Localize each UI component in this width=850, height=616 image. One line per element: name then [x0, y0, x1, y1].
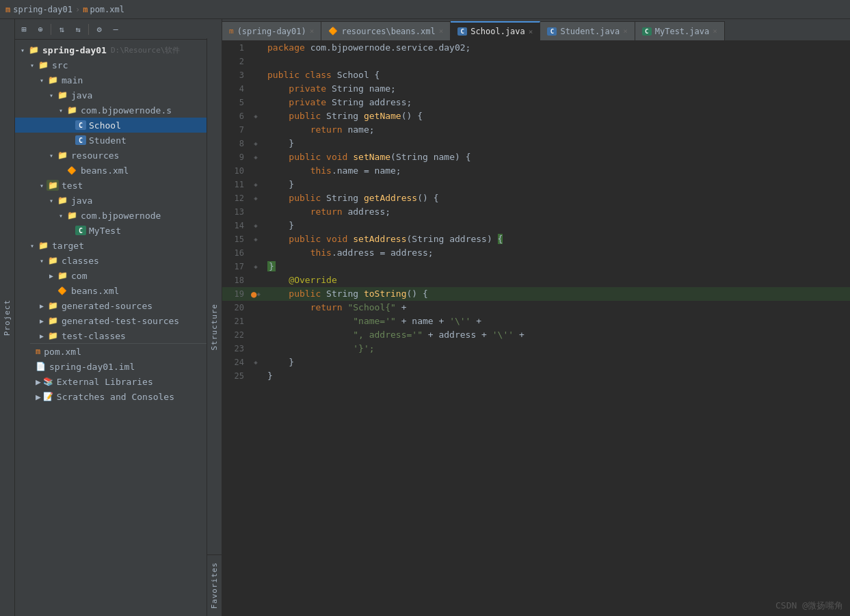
line-content-22[interactable]: ", address='" + address + '\'' + [262, 328, 524, 342]
tab-school-java[interactable]: C School.java × [451, 21, 540, 40]
tree-generated-test-sources[interactable]: ▶ 📁 generated-test-sources [15, 313, 222, 328]
gen-src-label: generated-sources [62, 301, 152, 311]
project-sidebar-label[interactable]: Project [0, 19, 15, 616]
tab-spring-close[interactable]: × [310, 27, 315, 36]
line-content-4[interactable]: private String name; [262, 82, 396, 96]
tree-student[interactable]: C Student [15, 133, 222, 148]
tree-main[interactable]: ▾ 📁 main [15, 72, 222, 88]
line-content-19[interactable]: public String toString() { [262, 287, 428, 301]
tree-generated-sources[interactable]: ▶ 📁 generated-sources [15, 298, 222, 313]
tree-beans-xml-classes[interactable]: 🔶 beans.xml [15, 283, 222, 298]
com-label: com.bjpowernode.s [81, 105, 172, 116]
code-line-15: 15 ◈ public void setAddress(String addre… [222, 232, 850, 246]
tab-mytest-java[interactable]: C MyTest.java × [635, 21, 725, 40]
tree-spring-iml[interactable]: 📄 spring-day01.iml [30, 359, 222, 374]
tree-com-target[interactable]: ▶ 📁 com [15, 268, 222, 283]
line-content-18[interactable]: @Override [262, 273, 337, 287]
tree-external-libs[interactable]: ▶ 📚 External Libraries [30, 374, 222, 389]
fold-icon-6[interactable]: ◈ [254, 109, 257, 123]
tab-mytest-close[interactable]: × [713, 27, 717, 36]
tree-classes[interactable]: ▾ 📁 classes [15, 253, 222, 268]
code-panel: m (spring-day01) × 🔶 resources\beans.xml… [222, 19, 850, 616]
tree-beans-xml-resources[interactable]: 🔶 beans.xml [15, 163, 222, 178]
tab-beans-close[interactable]: × [439, 27, 444, 36]
tree-java[interactable]: ▾ 📁 java [15, 88, 222, 103]
tab-student-java[interactable]: C Student.java × [540, 21, 635, 40]
scratches-icon: 📝 [43, 392, 53, 401]
line-content-11[interactable]: } [262, 178, 294, 191]
line-content-14[interactable]: } [262, 219, 294, 232]
fold-icon-17[interactable]: ◈ [254, 260, 257, 273]
tab-student-label: Student.java [560, 27, 620, 36]
line-content-23[interactable]: '}'; [262, 342, 375, 356]
test-arrow: ▾ [37, 182, 47, 189]
com-target-folder-icon: 📁 [56, 270, 68, 281]
breadcrumb-project[interactable]: spring-day01 [13, 5, 72, 14]
tab-spring-day01[interactable]: m (spring-day01) × [222, 21, 321, 40]
line-content-13[interactable]: return address; [262, 205, 390, 219]
fold-icon-11[interactable]: ◈ [254, 178, 257, 191]
line-num-23: 23 [222, 342, 250, 356]
fold-icon-15[interactable]: ◈ [254, 232, 257, 246]
tree-test[interactable]: ▾ 📁 test [15, 178, 222, 193]
fold-icon-8[interactable]: ◈ [254, 137, 257, 150]
settings-icon[interactable]: ⚙ [93, 23, 105, 36]
gutter-7 [250, 123, 262, 137]
structure-label[interactable]: Structure [207, 38, 222, 616]
line-content-12[interactable]: public String getAddress() { [262, 191, 439, 205]
favorites-label[interactable]: Favorites [207, 554, 222, 616]
gutter-11: ◈ [250, 178, 262, 191]
code-editor[interactable]: 1 package com.bjpowernode.service.day02;… [222, 41, 850, 616]
line-content-8[interactable]: } [262, 137, 294, 150]
tree-com-bjpowernode-s[interactable]: ▾ 📁 com.bjpowernode.s [15, 103, 222, 118]
ext-libs-label: External Libraries [57, 377, 153, 387]
tree-pom-xml[interactable]: m pom.xml [30, 344, 222, 359]
gen-test-src-label: generated-test-sources [62, 316, 179, 326]
sync-icon[interactable]: ⊕ [34, 23, 47, 36]
tree-mytest[interactable]: C MyTest [15, 223, 222, 238]
line-content-20[interactable]: return "School{" + [262, 301, 407, 314]
tree-resources[interactable]: ▾ 📁 resources [15, 148, 222, 163]
tree-target[interactable]: ▾ 📁 target [15, 238, 222, 253]
tree-root[interactable]: ▾ 📁 spring-day01 D:\Resource\软件 [15, 42, 222, 57]
tree-school[interactable]: C School [15, 118, 222, 133]
line-num-17: 17 [222, 260, 250, 273]
fold-icon-9[interactable]: ◈ [254, 150, 257, 164]
line-content-5[interactable]: private String address; [262, 96, 412, 109]
line-content-25[interactable]: } [262, 369, 273, 383]
breadcrumb-file[interactable]: pom.xml [90, 5, 124, 14]
line-num-1: 1 [222, 41, 250, 55]
tree-src[interactable]: ▾ 📁 src [15, 57, 222, 72]
fold-icon-14[interactable]: ◈ [254, 219, 257, 232]
test-cls-arrow: ▶ [37, 332, 47, 340]
tree-scratches[interactable]: ▶ 📝 Scratches and Consoles [30, 389, 222, 404]
minimize-icon[interactable]: — [109, 23, 122, 36]
line-content-2[interactable] [262, 55, 267, 68]
line-content-7[interactable]: return name; [262, 123, 375, 137]
layout-icon[interactable]: ⊞ [18, 23, 30, 36]
tree-com-bjpowernode[interactable]: ▾ 📁 com.bjpowernode [15, 208, 222, 223]
line-content-6[interactable]: public String getName() { [262, 109, 423, 123]
main-folder-icon: 📁 [47, 75, 59, 85]
line-content-17[interactable]: } [262, 260, 276, 273]
breadcrumb-file-icon: m [83, 5, 88, 14]
line-content-9[interactable]: public void setName(String name) { [262, 150, 470, 164]
fold-icon-19[interactable]: ◈ [257, 287, 261, 301]
collapse-icon[interactable]: ⇅ [55, 23, 68, 36]
line-content-21[interactable]: "name='" + name + '\'' + [262, 314, 481, 328]
tab-beans-xml[interactable]: 🔶 resources\beans.xml × [321, 21, 451, 40]
fold-icon-12[interactable]: ◈ [254, 191, 257, 205]
line-content-24[interactable]: } [262, 356, 294, 369]
fold-icon-24[interactable]: ◈ [254, 356, 257, 369]
line-num-10: 10 [222, 164, 250, 178]
expand-icon[interactable]: ⇆ [72, 23, 84, 36]
line-content-15[interactable]: public void setAddress(String address) { [262, 232, 503, 246]
tab-school-close[interactable]: × [529, 27, 533, 36]
line-content-16[interactable]: this.address = address; [262, 246, 434, 260]
tree-test-classes[interactable]: ▶ 📁 test-classes [15, 328, 222, 343]
line-content-1[interactable]: package com.bjpowernode.service.day02; [262, 41, 470, 55]
line-content-10[interactable]: this.name = name; [262, 164, 401, 178]
line-content-3[interactable]: public class School { [262, 68, 380, 82]
tree-test-java[interactable]: ▾ 📁 java [15, 193, 222, 208]
tab-student-close[interactable]: × [623, 27, 628, 36]
